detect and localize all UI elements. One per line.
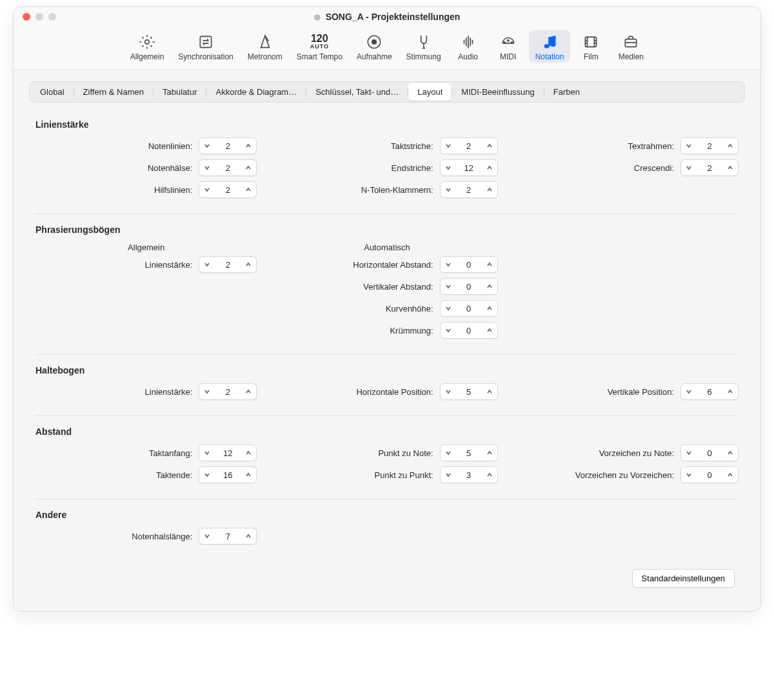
stepper-value: 0 xyxy=(697,448,722,458)
chevron-down-icon[interactable] xyxy=(441,301,456,316)
chevron-down-icon[interactable] xyxy=(681,467,697,483)
chevron-up-icon[interactable] xyxy=(722,445,738,461)
chevron-up-icon[interactable] xyxy=(482,384,497,399)
toolbar-item-metronom[interactable]: Metronom xyxy=(241,30,289,63)
chevron-down-icon[interactable] xyxy=(441,182,456,197)
textrahmen-stepper[interactable]: 2 xyxy=(680,137,739,154)
crescendi-stepper[interactable]: 2 xyxy=(680,159,739,176)
tab-schluessel-takt[interactable]: Schlüssel, Takt- und… xyxy=(306,83,408,101)
stepper-value: 2 xyxy=(697,141,722,151)
chevron-up-icon[interactable] xyxy=(241,160,256,175)
chevron-down-icon[interactable] xyxy=(199,528,215,544)
zoom-window-button[interactable] xyxy=(48,13,56,21)
stepper-value: 2 xyxy=(215,141,241,151)
punkt-zu-punkt-stepper[interactable]: 3 xyxy=(440,466,498,483)
taktende-stepper[interactable]: 16 xyxy=(199,466,257,483)
toolbar-item-audio[interactable]: Audio xyxy=(449,30,488,63)
chevron-down-icon[interactable] xyxy=(441,279,456,294)
chevron-up-icon[interactable] xyxy=(482,301,497,316)
chevron-up-icon[interactable] xyxy=(241,257,256,272)
chevron-up-icon[interactable] xyxy=(482,467,497,483)
toolbar-item-aufnahme[interactable]: Aufnahme xyxy=(350,30,399,63)
chevron-up-icon[interactable] xyxy=(241,445,256,461)
chevron-down-icon[interactable] xyxy=(199,257,215,272)
notenh-lse-stepper[interactable]: 2 xyxy=(199,159,257,176)
tab-farben[interactable]: Farben xyxy=(544,83,589,101)
toolbar-item-film[interactable]: Film xyxy=(571,30,610,63)
defaults-button[interactable]: Standardeinstellungen xyxy=(632,569,735,588)
stepper-value: 0 xyxy=(697,470,722,480)
chevron-down-icon[interactable] xyxy=(441,323,456,338)
chevron-down-icon[interactable] xyxy=(441,160,456,175)
toolbar-item-medien[interactable]: Medien xyxy=(611,30,650,63)
vorzeichen-zu-note-stepper[interactable]: 0 xyxy=(680,445,739,461)
chevron-down-icon[interactable] xyxy=(441,257,456,272)
chevron-down-icon[interactable] xyxy=(199,182,215,197)
chevron-up-icon[interactable] xyxy=(722,384,738,399)
chevron-up-icon[interactable] xyxy=(482,182,497,197)
toolbar-item-stimmung[interactable]: Stimmung xyxy=(400,30,448,63)
hilfslinien-stepper[interactable]: 2 xyxy=(199,181,257,198)
tab-layout[interactable]: Layout xyxy=(408,83,452,101)
chevron-down-icon[interactable] xyxy=(681,160,697,175)
chevron-down-icon[interactable] xyxy=(441,384,456,399)
chevron-up-icon[interactable] xyxy=(482,160,497,175)
endstriche-stepper[interactable]: 12 xyxy=(440,159,498,176)
tab-tabulatur[interactable]: Tabulatur xyxy=(154,83,206,101)
kr-mmung-stepper[interactable]: 0 xyxy=(440,322,498,339)
chevron-down-icon[interactable] xyxy=(441,445,456,461)
chevron-up-icon[interactable] xyxy=(722,467,738,483)
chevron-down-icon[interactable] xyxy=(441,467,456,483)
chevron-up-icon[interactable] xyxy=(722,138,738,154)
chevron-up-icon[interactable] xyxy=(241,138,256,154)
taktanfang-stepper[interactable]: 12 xyxy=(199,445,257,461)
vertikaler-abstand-stepper[interactable]: 0 xyxy=(440,278,498,295)
minimize-window-button[interactable] xyxy=(35,13,43,21)
chevron-up-icon[interactable] xyxy=(482,445,497,461)
tab-akkorde-diagramme[interactable]: Akkorde & Diagram… xyxy=(206,83,306,101)
toolbar-item-allgemein[interactable]: Allgemein xyxy=(124,30,171,63)
chevron-down-icon[interactable] xyxy=(681,138,697,154)
toolbar-item-midi[interactable]: MIDI xyxy=(489,30,528,63)
chevron-up-icon[interactable] xyxy=(241,467,256,483)
stepper-value: 0 xyxy=(456,326,482,335)
vorzeichen-zu-vorzeichen-stepper[interactable]: 0 xyxy=(680,466,739,483)
horizontaler-abstand-stepper[interactable]: 0 xyxy=(440,256,498,273)
notenhalsl-nge-stepper[interactable]: 7 xyxy=(199,528,257,545)
chevron-down-icon[interactable] xyxy=(199,160,215,175)
tab-ziffern-namen[interactable]: Ziffern & Namen xyxy=(74,83,153,101)
notenlinien-stepper[interactable]: 2 xyxy=(199,137,257,154)
taktstriche-stepper[interactable]: 2 xyxy=(440,137,498,154)
chevron-up-icon[interactable] xyxy=(241,528,256,544)
chevron-down-icon[interactable] xyxy=(199,138,215,154)
tab-midi-beeinflussung[interactable]: MIDI-Beeinflussung xyxy=(452,83,543,101)
chevron-down-icon[interactable] xyxy=(199,384,215,399)
toolbar: Allgemein Synchronisation Metronom 120 A… xyxy=(14,26,760,70)
close-window-button[interactable] xyxy=(23,13,30,21)
vertikale-position-stepper[interactable]: 6 xyxy=(680,383,739,400)
kurvenh-he-stepper[interactable]: 0 xyxy=(440,300,498,317)
chevron-up-icon[interactable] xyxy=(241,384,256,399)
chevron-down-icon[interactable] xyxy=(441,138,456,154)
horizontale-position-stepper[interactable]: 5 xyxy=(440,383,498,400)
linienst-rke-stepper[interactable]: 2 xyxy=(199,383,257,400)
chevron-up-icon[interactable] xyxy=(482,323,497,338)
chevron-up-icon[interactable] xyxy=(722,160,738,175)
linienst-rke-stepper[interactable]: 2 xyxy=(199,256,257,273)
toolbar-item-notation[interactable]: Notation xyxy=(529,30,571,63)
tab-global[interactable]: Global xyxy=(31,83,74,101)
toolbar-item-smart-tempo[interactable]: 120 AUTO Smart Tempo xyxy=(290,30,349,63)
chevron-down-icon[interactable] xyxy=(681,445,697,461)
chevron-down-icon[interactable] xyxy=(199,467,215,483)
chevron-down-icon[interactable] xyxy=(681,384,697,399)
chevron-down-icon[interactable] xyxy=(199,445,215,461)
field-label: N-Tolen-Klammern: xyxy=(361,185,433,195)
chevron-up-icon[interactable] xyxy=(482,138,497,154)
chevron-up-icon[interactable] xyxy=(482,257,497,272)
chevron-up-icon[interactable] xyxy=(482,279,497,294)
toolbar-item-synchronisation[interactable]: Synchronisation xyxy=(172,30,239,63)
smart-tempo-icon: 120 AUTO xyxy=(310,33,329,51)
chevron-up-icon[interactable] xyxy=(241,182,256,197)
punkt-zu-note-stepper[interactable]: 5 xyxy=(440,445,498,461)
n-tolen-klammern-stepper[interactable]: 2 xyxy=(440,181,498,198)
